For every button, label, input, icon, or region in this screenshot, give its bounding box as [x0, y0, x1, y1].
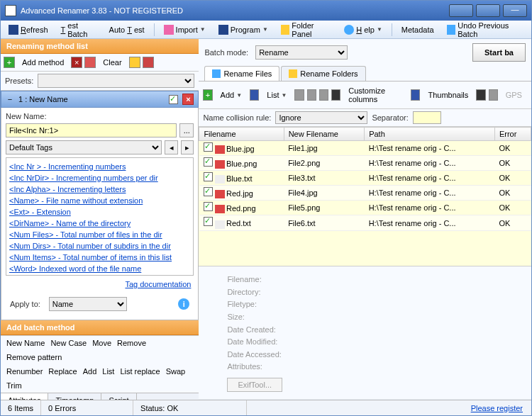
- folder-panel-button[interactable]: Folder Panel: [276, 19, 336, 40]
- col-header[interactable]: Filename: [199, 128, 284, 141]
- start-batch-button[interactable]: Start ba: [472, 43, 526, 62]
- add-button[interactable]: Add ▼: [216, 89, 248, 101]
- row-checkbox[interactable]: [204, 202, 213, 211]
- detail-field: Date Created:: [227, 324, 503, 337]
- tag-link[interactable]: <Word> Indexed word of the file name: [9, 263, 190, 274]
- title-bar: Advanced Renamer 3.83 - NOT REGISTERED —: [1, 1, 531, 21]
- metadata-button[interactable]: Metadata: [397, 23, 439, 36]
- save-icon[interactable]: [143, 57, 154, 68]
- row-checkbox[interactable]: [204, 157, 213, 167]
- file-grid[interactable]: FilenameNew FilenamePathError Blue.jpgFi…: [199, 127, 531, 231]
- method-remove[interactable]: Remove: [117, 339, 146, 347]
- table-row[interactable]: Red.pngFile5.pngH:\Test rename orig - C.…: [199, 201, 531, 215]
- tag-link[interactable]: <Num Files> - Total number of files in t…: [9, 229, 190, 240]
- presets-label: Presets:: [5, 77, 33, 85]
- tag-doc-link[interactable]: Tag documentation: [125, 280, 191, 288]
- minimize-button[interactable]: —: [503, 4, 527, 17]
- browse-button[interactable]: ...: [179, 123, 194, 137]
- batch-mode-select[interactable]: Rename: [255, 45, 348, 60]
- presets-select[interactable]: [38, 74, 194, 88]
- exiftool-button[interactable]: ExifTool...: [227, 378, 282, 392]
- tb-sq5[interactable]: [489, 89, 498, 101]
- tag-link[interactable]: <Num Dirs> - Total number of subdirs in …: [9, 240, 190, 252]
- rename-files-tab[interactable]: Rename Files: [204, 66, 279, 81]
- row-checkbox[interactable]: [204, 217, 213, 226]
- method-remove-pattern[interactable]: Remove pattern: [6, 353, 62, 361]
- right-panel: Batch mode: Rename Start ba Rename Files…: [199, 39, 531, 399]
- gps-button[interactable]: GPS: [501, 89, 527, 101]
- next-tag-button[interactable]: ▸: [181, 140, 194, 154]
- separator-label: Separator:: [372, 113, 408, 122]
- batch-mode-label: Batch mode:: [204, 48, 248, 57]
- col-header[interactable]: Error: [494, 128, 531, 141]
- window-btn-1[interactable]: [449, 4, 473, 17]
- rename-folders-tab[interactable]: Rename Folders: [281, 66, 365, 81]
- tb-sq3[interactable]: [319, 89, 328, 101]
- test-batch-button[interactable]: Test Batch: [56, 19, 101, 40]
- program-button[interactable]: Program ▼: [214, 23, 273, 37]
- method-new-case[interactable]: New Case: [50, 339, 87, 347]
- open-icon[interactable]: [129, 57, 140, 68]
- table-row[interactable]: Blue.jpgFile1.jpgH:\Test rename orig - C…: [199, 141, 531, 156]
- table-row[interactable]: Blue.txtFile3.txtH:\Test rename orig - C…: [199, 171, 531, 186]
- separator-input[interactable]: [413, 111, 441, 124]
- folder-icon: [289, 69, 297, 78]
- detail-field: Date Accessed:: [227, 349, 503, 361]
- col-header[interactable]: Path: [365, 128, 495, 141]
- tag-link[interactable]: <DirName> - Name of the directory: [9, 218, 190, 229]
- tag-list[interactable]: <Inc Nr > - Incrementing numbers<Inc NrD…: [6, 157, 194, 276]
- clear-icon: [84, 57, 96, 68]
- auto-test-button[interactable]: Auto Test: [104, 23, 150, 36]
- register-link[interactable]: Please register: [471, 404, 523, 412]
- tag-link[interactable]: <Inc Nr > - Incrementing numbers: [9, 161, 190, 172]
- file-type-icon: [215, 175, 225, 184]
- window-btn-2[interactable]: [476, 4, 500, 17]
- method-enabled-checkbox[interactable]: [169, 95, 178, 104]
- apply-to-select[interactable]: Name: [49, 297, 127, 311]
- row-checkbox[interactable]: [204, 172, 213, 181]
- remove-icon[interactable]: ×: [71, 57, 82, 68]
- table-row[interactable]: Red.txtFile6.txtH:\Test rename orig - C.…: [199, 215, 531, 230]
- method-header[interactable]: − 1 : New Name ×: [1, 91, 199, 108]
- method-swap[interactable]: Swap: [166, 367, 186, 376]
- tb-sq2[interactable]: [307, 89, 316, 101]
- tag-link[interactable]: <Ext> - Extension: [9, 206, 190, 218]
- add-method-button[interactable]: Add method: [17, 56, 69, 69]
- help-button[interactable]: Help ▼: [339, 23, 387, 37]
- col-header[interactable]: New Filename: [284, 128, 365, 141]
- undo-button[interactable]: Undo Previous Batch: [442, 19, 528, 40]
- list-button[interactable]: List ▼: [262, 89, 292, 101]
- thumbnails-button[interactable]: Thumbnails: [423, 89, 473, 101]
- method-renumber[interactable]: Renumber: [6, 367, 43, 376]
- tb-sq1[interactable]: [294, 89, 304, 101]
- method-close-button[interactable]: ×: [182, 94, 194, 105]
- tag-link[interactable]: <Num Items> - Total number of items in t…: [9, 252, 190, 263]
- tag-link[interactable]: <Inc NrDir> - Incrementing numbers per d…: [9, 172, 190, 184]
- method-new-name[interactable]: New Name: [6, 339, 45, 347]
- info-icon[interactable]: i: [178, 298, 189, 310]
- row-checkbox[interactable]: [204, 142, 213, 152]
- method-replace[interactable]: Replace: [48, 367, 77, 376]
- new-name-input[interactable]: [6, 123, 177, 137]
- row-checkbox[interactable]: [204, 187, 213, 196]
- tag-link[interactable]: <Inc Alpha> - Incrementing letters: [9, 184, 190, 195]
- table-row[interactable]: Red.jpgFile4.jpgH:\Test rename orig - C.…: [199, 186, 531, 201]
- clear-button[interactable]: Clear: [98, 56, 126, 69]
- method-list[interactable]: List: [102, 367, 114, 376]
- tb-sq4[interactable]: [476, 89, 485, 101]
- method-move[interactable]: Move: [92, 339, 111, 347]
- method-list-replace[interactable]: List replace: [120, 367, 160, 376]
- customize-columns-button[interactable]: Customize columns: [343, 84, 408, 106]
- tag-link[interactable]: <Name> - File name without extension: [9, 195, 190, 206]
- table-row[interactable]: Blue.pngFile2.pngH:\Test rename orig - C…: [199, 156, 531, 171]
- method-add[interactable]: Add: [83, 367, 97, 376]
- file-type-icon: [215, 160, 225, 169]
- prev-tag-button[interactable]: ◂: [165, 140, 178, 154]
- collapse-icon[interactable]: −: [6, 95, 14, 103]
- collision-select[interactable]: Ignore: [275, 111, 367, 124]
- method-trim[interactable]: Trim: [6, 381, 22, 390]
- refresh-button[interactable]: Refresh: [4, 23, 53, 37]
- tags-select[interactable]: Default Tags: [6, 140, 162, 154]
- import-button[interactable]: Import ▼: [159, 23, 211, 37]
- renaming-methods-header: Renaming method list: [1, 39, 199, 54]
